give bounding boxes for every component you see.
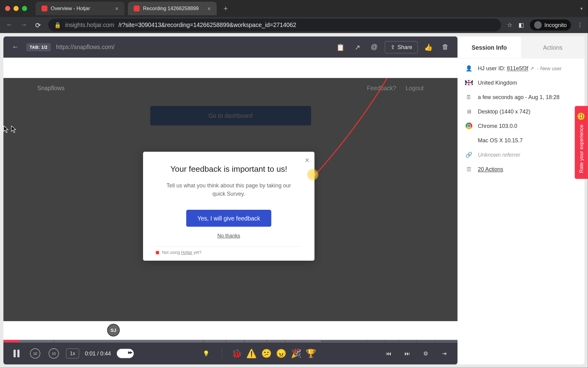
apple-icon [465,136,473,144]
time-total: 0:44 [100,350,111,357]
info-row-time: 🗓 a few seconds ago - Aug 1, 18:28 [465,93,577,101]
player-pane: ← TAB: 1/2 https://snapflows.com/ 📋 ↗ @ … [3,36,458,365]
url-path: /r?site=3090413&recording=14266258899&wo… [119,21,296,28]
avatar[interactable]: SJ [107,324,120,336]
referrer-label: Unknown referrer [478,151,520,158]
thumbs-up-icon[interactable]: 👍 [422,41,435,53]
user-label: HJ user ID: [478,65,505,71]
close-icon[interactable]: × [305,156,310,165]
bug-reaction-icon[interactable]: 🐞 [232,348,242,358]
mention-icon[interactable]: @ [368,41,380,53]
info-row-user: 👤 HJ user ID: 811e5f3f ↗ - New user [465,64,577,72]
browser-label: Chrome 103.0.0 [478,123,517,129]
session-info-list: 👤 HJ user ID: 811e5f3f ↗ - New user Unit… [458,59,585,179]
new-tab-button[interactable]: + [224,4,228,13]
modal-footer: Not using Hotjar yet? [156,246,302,255]
new-user-tag: - New user [537,66,562,71]
mouse-trail [312,78,405,180]
side-tabs: Session Info Actions [458,36,585,59]
window-controls [5,6,27,11]
footer-prefix: Not using [162,250,181,255]
timeline[interactable] [3,340,458,342]
time-display: 0:01 / 0:44 [85,350,111,357]
skip-inactivity-toggle[interactable] [117,349,134,358]
calendar-icon: 🗓 [465,93,473,101]
maximize-window-icon[interactable] [22,6,27,11]
actions-link[interactable]: 20 Actions [478,166,503,172]
open-external-icon[interactable]: ↗ [351,41,364,53]
dashboard-button: Go to dashboard [150,106,311,126]
hotjar-link[interactable]: Hotjar [181,250,192,255]
back-to-list-button[interactable]: ← [9,41,21,53]
reaction-bar: 🐞 ⚠️ 😕 😠 🎉 🏆 [232,348,316,358]
browser-tab-overview[interactable]: Overview - Hotjar × [36,2,124,15]
reload-button[interactable]: ⟳ [34,21,43,29]
close-window-icon[interactable] [5,6,10,11]
rewind-10-icon[interactable]: 10 [29,347,41,360]
browser-menu-icon[interactable]: ⋮ [577,21,583,28]
divider [222,348,222,358]
player-controls: 10 10 1x 0:01 / 0:44 💡 🐞 ⚠️ 😕 😠 🎉 🏆 [3,343,458,365]
recorded-page-header-blank [3,58,458,78]
os-label: Mac OS X 10.15.7 [478,137,523,144]
browser-chrome: Overview - Hotjar × Recording 1426625889… [0,0,588,33]
confused-reaction-icon[interactable]: 😕 [261,348,272,358]
close-tab-icon[interactable]: × [115,5,119,12]
settings-icon[interactable]: ⚙ [420,347,432,360]
tabs-dropdown-icon[interactable]: ▾ [580,6,583,11]
tab-session-info[interactable]: Session Info [458,36,521,58]
modal-title: Your feedback is important to us! [156,164,302,174]
warning-reaction-icon[interactable]: ⚠️ [246,348,257,358]
device-label: Desktop (1440 x 742) [478,108,530,115]
share-button[interactable]: ⇪ Share [385,41,418,53]
footer-suffix: yet? [192,250,202,255]
cursor-icon [11,125,17,133]
pause-button[interactable] [10,347,23,360]
share-icon: ⇪ [390,44,395,50]
give-feedback-button[interactable]: Yes, I will give feedback [187,210,271,227]
open-external-icon[interactable]: ↗ [530,66,534,71]
tab-title: Recording 14266258899 [143,6,199,11]
playback-speed-button[interactable]: 1x [66,348,79,358]
info-row-country: United Kingdom [465,79,577,86]
browser-tab-recording[interactable]: Recording 14266258899 × [128,2,217,15]
time-current: 0:01 [85,350,96,357]
close-tab-icon[interactable]: × [207,5,211,12]
extensions-icon[interactable]: ◧ [518,21,524,28]
no-thanks-link[interactable]: No thanks [156,233,302,239]
info-row-referrer: 🔗 Unknown referrer [465,151,577,159]
bookmark-star-icon[interactable]: ☆ [507,21,513,28]
incognito-badge: Incognito [530,20,571,31]
feedback-modal: × Your feedback is important to us! Tell… [143,152,315,261]
side-panel: Session Info Actions 👤 HJ user ID: 811e5… [458,36,585,365]
rate-label: Rate your experience [579,125,584,173]
lock-icon: 🔒 [54,22,61,28]
collapse-sidebar-icon[interactable]: ⇥ [438,347,450,360]
prev-recording-icon[interactable]: ⏮ [382,347,395,360]
progress-header: SJ [3,321,458,340]
info-row-device: 🖥 Desktop (1440 x 742) [465,108,577,115]
rate-experience-tab[interactable]: Rate your experience 😊 [575,106,588,179]
next-recording-icon[interactable]: ⏭ [401,347,413,360]
minimize-window-icon[interactable] [13,6,19,11]
url-field[interactable]: 🔒 insights.hotjar.com/r?site=3090413&rec… [48,19,501,31]
hotjar-favicon-icon [41,6,47,11]
forward-button[interactable]: → [20,21,28,29]
clipboard-icon[interactable]: 📋 [334,41,347,53]
modal-subtitle: Tell us what you think about this page b… [156,181,302,198]
timeline-played [3,340,19,342]
lightbulb-icon[interactable]: 💡 [200,347,212,360]
country-label: United Kingdom [478,79,517,86]
recorded-page-url: https://snapflows.com/ [56,44,115,50]
tab-actions[interactable]: Actions [521,36,584,58]
nav-logout-link: Logout [405,85,424,91]
forward-10-icon[interactable]: 10 [47,347,60,360]
back-button[interactable]: ← [5,21,14,29]
party-reaction-icon[interactable]: 🎉 [291,348,302,358]
trophy-reaction-icon[interactable]: 🏆 [306,348,316,358]
user-id-link[interactable]: 811e5f3f [507,65,528,71]
list-icon: ☰ [465,165,473,173]
angry-reaction-icon[interactable]: 😠 [276,348,287,358]
delete-icon[interactable]: 🗑 [439,41,451,53]
info-row-actions: ☰ 20 Actions [465,165,577,173]
